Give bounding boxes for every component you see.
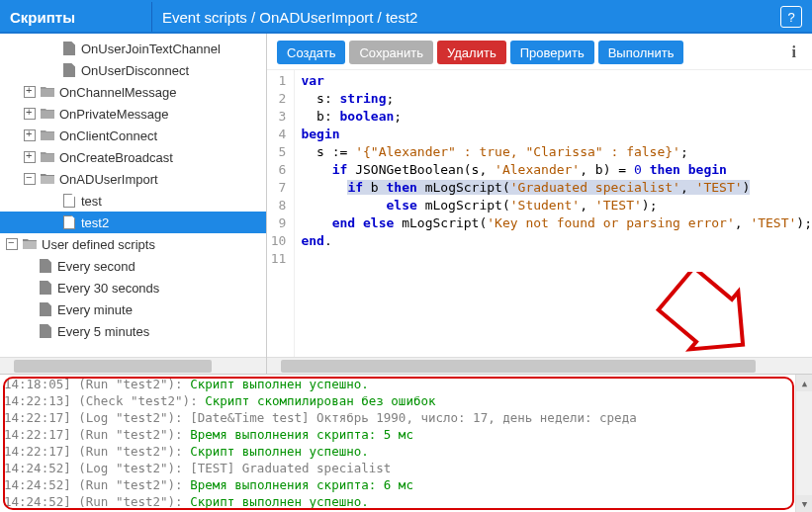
toggle-icon[interactable]	[6, 238, 18, 250]
file-icon	[63, 215, 77, 229]
tree-label: test2	[81, 215, 109, 230]
log-line: 14:24:52] (Run "test2"): Скрипт выполнен…	[4, 493, 808, 510]
log-line: 14:18:05] (Run "test2"): Скрипт выполнен…	[4, 376, 808, 392]
run-button[interactable]: Выполнить	[598, 41, 684, 64]
editor-pane: Создать Сохранить Удалить Проверить Выпо…	[267, 34, 812, 374]
tree-everyminute[interactable]: Every minute	[0, 299, 266, 320]
file-icon	[40, 324, 53, 338]
toggle-icon[interactable]	[24, 108, 36, 120]
tree-onchannelmessage[interactable]: OnChannelMessage	[0, 81, 266, 103]
folder-icon	[40, 171, 55, 187]
panel-title: Скрипты	[0, 2, 151, 32]
tree-onuserjoin[interactable]: OnUserJoinTextChannel	[0, 38, 266, 59]
scroll-down-icon[interactable]: ▼	[796, 495, 812, 512]
header: Скрипты Event scripts / OnADUserImport /…	[0, 0, 812, 32]
delete-button[interactable]: Удалить	[437, 41, 506, 64]
tree-label: Every 5 minutes	[57, 324, 149, 339]
log-line: 14:24:52] (Log "test2"): [TEST] Graduate…	[4, 460, 808, 476]
tree-onuserdisconnect[interactable]: OnUserDisconnect	[0, 59, 266, 81]
folder-icon	[22, 236, 38, 252]
tree-label: OnPrivateMessage	[59, 107, 169, 122]
create-button[interactable]: Создать	[277, 41, 345, 64]
help-button[interactable]: ?	[780, 6, 802, 28]
toggle-icon[interactable]	[24, 86, 36, 98]
code-editor[interactable]: 1234567891011 var s: string; b: boolean;…	[267, 69, 812, 357]
tree-label: OnUserJoinTextChannel	[81, 42, 221, 56]
tree-onaduserimport[interactable]: OnADUserImport	[0, 168, 266, 190]
tree-label: OnCreateBroadcast	[59, 150, 173, 165]
file-icon	[40, 259, 53, 273]
sidebar-hscroll[interactable]	[0, 357, 266, 374]
log-line: 14:22:17] (Run "test2"): Скрипт выполнен…	[4, 443, 808, 460]
toggle-icon[interactable]	[24, 151, 36, 163]
log-line: 14:24:52] (Run "test2"): Время выполнени…	[4, 476, 808, 493]
gutter: 1234567891011	[267, 70, 295, 357]
save-button: Сохранить	[349, 41, 433, 64]
tree-label: OnADUserImport	[59, 172, 158, 187]
sidebar: OnUserJoinTextChannelOnUserDisconnectOnC…	[0, 34, 267, 374]
log-panel: 14:18:05] (Run "test2"): Скрипт выполнен…	[0, 374, 812, 512]
scroll-up-icon[interactable]: ▲	[796, 375, 812, 391]
tree-label: OnClientConnect	[59, 128, 157, 143]
log-line: 14:22:17] (Run "test2"): Время выполнени…	[4, 426, 808, 443]
tree-userdefined[interactable]: User defined scripts	[0, 233, 266, 255]
folder-icon	[40, 106, 55, 122]
breadcrumb: Event scripts / OnADUserImport / test2	[162, 9, 417, 26]
file-icon	[40, 302, 53, 316]
file-icon	[63, 63, 77, 77]
toggle-icon[interactable]	[24, 173, 36, 185]
folder-icon	[40, 149, 55, 165]
tree-label: OnChannelMessage	[59, 85, 177, 100]
breadcrumb-bar: Event scripts / OnADUserImport / test2 ?	[151, 2, 812, 32]
script-tree[interactable]: OnUserJoinTextChannelOnUserDisconnectOnC…	[0, 34, 266, 357]
tree-every30[interactable]: Every 30 seconds	[0, 277, 266, 299]
tree-label: Every second	[57, 259, 135, 274]
tree-label: Every 30 seconds	[57, 281, 159, 296]
tree-test2[interactable]: test2	[0, 212, 266, 233]
tree-every5min[interactable]: Every 5 minutes	[0, 320, 266, 342]
folder-icon	[40, 128, 55, 143]
tree-label: test	[81, 194, 102, 209]
log-vscroll[interactable]: ▲ ▼	[795, 375, 812, 512]
tree-onprivatemessage[interactable]: OnPrivateMessage	[0, 103, 266, 125]
tree-onclientconnect[interactable]: OnClientConnect	[0, 125, 266, 146]
log-line: 14:22:17] (Log "test2"): [Date&Time test…	[4, 409, 808, 426]
file-icon	[40, 281, 53, 295]
tree-oncreatebroadcast[interactable]: OnCreateBroadcast	[0, 146, 266, 168]
log-line: 14:22:13] (Check "test2"): Скрипт скомпи…	[4, 392, 808, 409]
tree-label: OnUserDisconnect	[81, 63, 189, 78]
editor-hscroll[interactable]	[267, 357, 812, 374]
tree-label: User defined scripts	[42, 237, 155, 252]
toolbar: Создать Сохранить Удалить Проверить Выпо…	[267, 34, 812, 69]
check-button[interactable]: Проверить	[510, 41, 594, 64]
folder-icon	[40, 84, 55, 100]
code-lines[interactable]: var s: string; b: boolean;begin s := '{"…	[295, 70, 812, 357]
tree-label: Every minute	[57, 302, 133, 317]
file-icon	[63, 194, 77, 208]
file-icon	[63, 42, 77, 55]
tree-test[interactable]: test	[0, 190, 266, 212]
toggle-icon[interactable]	[24, 129, 36, 141]
tree-everysecond[interactable]: Every second	[0, 255, 266, 277]
info-icon[interactable]: i	[792, 43, 802, 61]
main-area: OnUserJoinTextChannelOnUserDisconnectOnC…	[0, 32, 812, 374]
